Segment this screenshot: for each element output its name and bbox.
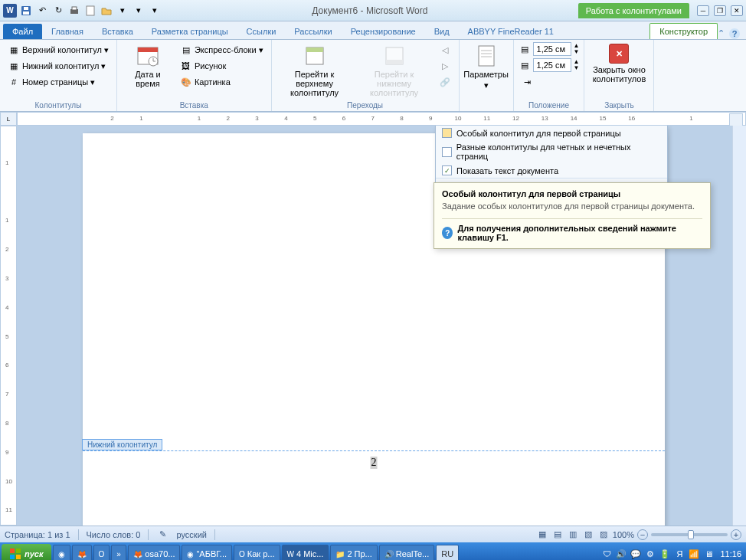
tab-view[interactable]: Вид [425, 24, 459, 39]
save-icon[interactable] [19, 4, 33, 18]
link-icon: 🔗 [439, 76, 451, 88]
footer-margin-input[interactable]: 1,25 см [533, 58, 571, 72]
header-margin-input[interactable]: 1,25 см [533, 42, 571, 56]
tab-mailings[interactable]: Рассылки [285, 24, 341, 39]
tab-home[interactable]: Главная [42, 24, 93, 39]
zoom-slider[interactable] [651, 533, 728, 536]
qat-customize-icon[interactable]: ▾ [148, 4, 162, 18]
clipart-button[interactable]: 🎨Картинка [177, 74, 267, 90]
link-prev-button[interactable]: 🔗 [436, 74, 454, 90]
calendar-icon [136, 44, 160, 68]
print-icon[interactable] [67, 4, 81, 18]
next-section-button[interactable]: ▷ [436, 58, 454, 74]
goto-header-button[interactable]: Перейти к верхнему колонтитулу [276, 42, 353, 99]
qat-more-icon[interactable]: ▾ [116, 4, 129, 18]
taskbar-item[interactable]: 🦊osa70... [128, 545, 180, 560]
tray-icon[interactable]: 💬 [630, 548, 642, 560]
horizontal-ruler[interactable] [17, 112, 746, 126]
view-read-icon[interactable]: ▤ [551, 529, 564, 541]
tab-references[interactable]: Ссылки [237, 24, 286, 39]
tooltip-help-row: ? Для получения дополнительных сведений … [442, 218, 702, 242]
document-canvas[interactable]: Нижний колонтитул 2 Особый колонтитул дл… [17, 126, 746, 526]
taskbar-item[interactable]: 📁2 Пр... [330, 545, 377, 560]
page-number-button[interactable]: #Номер страницы▾ [5, 74, 112, 90]
clock[interactable]: 11:16 [717, 549, 744, 558]
view-outline-icon[interactable]: ▧ [582, 529, 594, 541]
option-show-document-text[interactable]: ✓ Показать текст документа [436, 163, 667, 178]
svg-rect-18 [16, 549, 21, 553]
quicklaunch-item[interactable]: O [93, 545, 110, 560]
ruler-corner[interactable]: L [0, 112, 17, 126]
new-doc-icon[interactable] [83, 4, 97, 18]
view-draft-icon[interactable]: ▨ [597, 529, 610, 541]
tab-abbyy[interactable]: ABBYY FineReader 11 [459, 24, 563, 39]
header-button[interactable]: ▦Верхний колонтитул▾ [5, 42, 112, 57]
zoom-value[interactable]: 100% [613, 530, 634, 539]
align-tab-button[interactable]: ⇥ [519, 74, 580, 90]
help-icon[interactable]: ? [729, 28, 740, 39]
undo-icon[interactable]: ↶ [35, 4, 49, 18]
goto-footer-button[interactable]: Перейти к нижнему колонтитулу [356, 42, 433, 99]
vertical-ruler[interactable] [0, 126, 17, 526]
group-position: ▤ 1,25 см ▲▼ ▤ 1,25 см ▲▼ ⇥ Положение [514, 40, 585, 111]
status-language[interactable]: русский [176, 530, 206, 539]
minimize-button[interactable]: ─ [697, 5, 709, 16]
quicklaunch-expand[interactable]: » [111, 545, 126, 560]
close-header-footer-button[interactable]: ✕ Закрыть окно колонтитулов [589, 42, 649, 85]
tray-icon[interactable]: 🔊 [615, 548, 627, 560]
tab-file[interactable]: Файл [3, 24, 42, 39]
language-indicator[interactable]: RU [436, 545, 459, 560]
zoom-in-button[interactable]: + [731, 529, 741, 540]
taskbar-item[interactable]: 🔊RealTe... [379, 545, 434, 560]
checkbox-unchecked-icon[interactable] [442, 128, 452, 138]
quicklaunch-item[interactable]: 🦊 [72, 545, 92, 560]
parameters-button[interactable]: Параметры▾ [464, 42, 509, 92]
checkbox-unchecked-icon[interactable] [442, 147, 452, 157]
minimize-ribbon-icon[interactable]: ⌃ [718, 28, 725, 39]
tab-designer[interactable]: Конструктор [649, 23, 718, 39]
option-odd-even-different[interactable]: Разные колонтитулы для четных и нечетных… [436, 140, 667, 163]
quickparts-button[interactable]: ▤Экспресс-блоки▾ [177, 42, 267, 57]
spellcheck-icon[interactable]: ✎ [156, 529, 169, 541]
vertical-scrollbar[interactable] [732, 126, 746, 526]
tooltip-title: Особый колонтитул для первой страницы [442, 189, 702, 198]
close-button[interactable]: ✕ [731, 5, 743, 16]
picture-button[interactable]: 🖼Рисунок [177, 58, 267, 74]
datetime-button[interactable]: Дата и время [122, 42, 174, 90]
tab-review[interactable]: Рецензирование [342, 24, 425, 39]
tray-icon[interactable]: Я [673, 548, 685, 560]
spinner-buttons[interactable]: ▲▼ [574, 43, 580, 55]
footer-label-tag: Нижний колонтитул [82, 439, 162, 450]
taskbar-item[interactable]: OКак р... [234, 545, 280, 560]
view-print-icon[interactable]: ▦ [536, 529, 548, 541]
status-words[interactable]: Число слов: 0 [87, 530, 141, 539]
tray-icon[interactable]: ⚙ [644, 548, 656, 560]
prev-section-button[interactable]: ◁ [436, 42, 454, 57]
spinner-buttons[interactable]: ▲▼ [574, 59, 580, 71]
tray-icon[interactable]: 📶 [688, 548, 700, 560]
footer-button[interactable]: ▦Нижний колонтитул▾ [5, 58, 112, 74]
qat-more2-icon[interactable]: ▾ [132, 4, 146, 18]
restore-button[interactable]: ❐ [714, 5, 726, 16]
tab-layout[interactable]: Разметка страницы [142, 24, 237, 39]
tray-icon[interactable]: 🛡 [600, 548, 613, 560]
zoom-out-button[interactable]: − [637, 529, 648, 540]
view-web-icon[interactable]: ▥ [567, 529, 579, 541]
tab-insert[interactable]: Вставка [93, 24, 142, 39]
tray-icon[interactable]: 🖥 [702, 548, 715, 560]
start-button[interactable]: пуск [2, 544, 51, 560]
goto-footer-icon [382, 44, 407, 68]
goto-header-icon [303, 44, 327, 68]
status-page[interactable]: Страница: 1 из 1 [5, 530, 70, 539]
footer-margin-row: ▤ 1,25 см ▲▼ [519, 58, 580, 72]
windows-taskbar: пуск ◉ 🦊 O » 🦊osa70... ◉"АБВГ... OКак р.… [0, 542, 746, 560]
taskbar-item-active[interactable]: W4 Mic... [282, 545, 329, 560]
page-number-text[interactable]: 2 [371, 457, 378, 469]
taskbar-item[interactable]: ◉"АБВГ... [182, 545, 232, 560]
quicklaunch-item[interactable]: ◉ [53, 545, 70, 560]
redo-icon[interactable]: ↻ [51, 4, 65, 18]
open-icon[interactable] [100, 4, 113, 18]
option-first-page-different[interactable]: Особый колонтитул для первой страницы [436, 126, 667, 140]
checkbox-checked-icon[interactable]: ✓ [442, 165, 452, 175]
tray-icon[interactable]: 🔋 [659, 548, 671, 560]
